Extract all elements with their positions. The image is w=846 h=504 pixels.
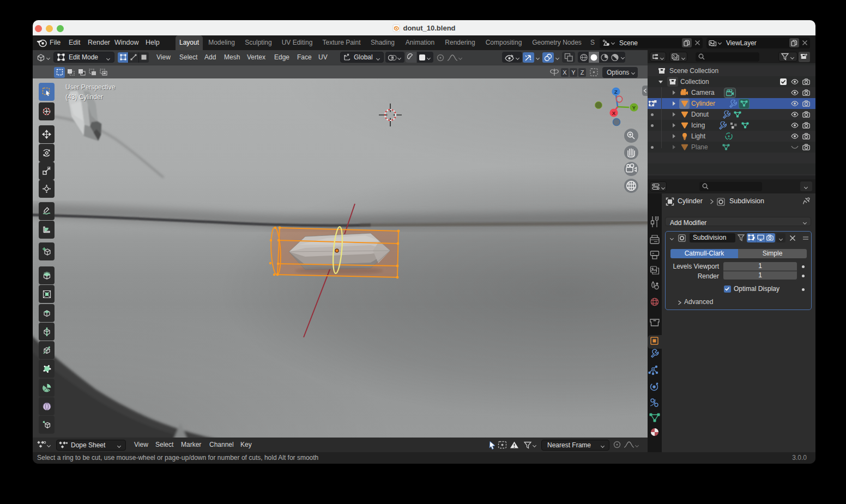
svg-text:User Perspective: User Perspective — [65, 83, 116, 91]
svg-text:(43) Cylinder: (43) Cylinder — [65, 93, 103, 101]
svg-text:Y: Y — [632, 105, 636, 111]
svg-text:X: X — [612, 110, 616, 116]
svg-text:Z: Z — [614, 89, 618, 95]
